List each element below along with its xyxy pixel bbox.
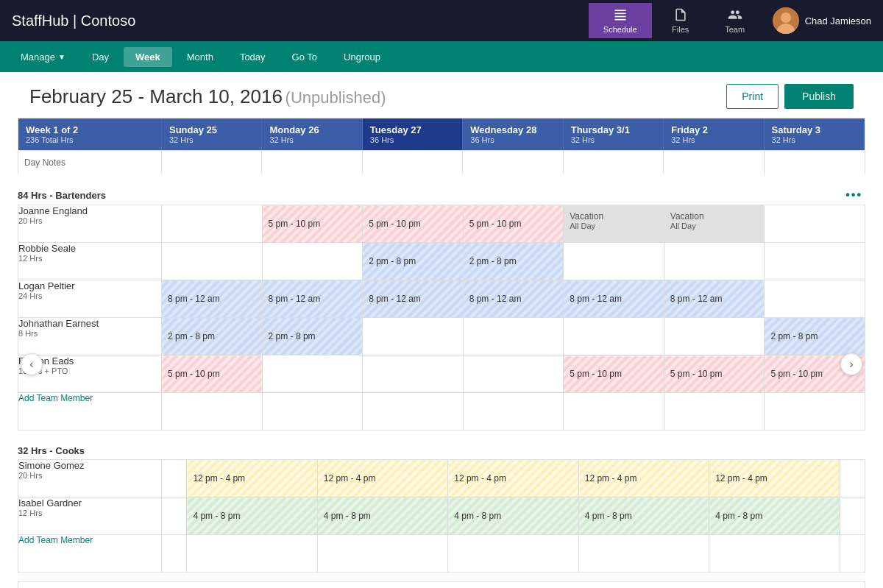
table-row: Ramon Eads 16 Hrs + PTO 5 pm - 10 pm 5 p… bbox=[18, 355, 865, 393]
print-button[interactable]: Print bbox=[726, 84, 779, 109]
shift-cell[interactable] bbox=[664, 318, 765, 355]
shift-cell[interactable]: 5 pm - 10 pm bbox=[162, 355, 263, 393]
shift-cell[interactable] bbox=[363, 318, 464, 355]
shift-cell[interactable] bbox=[709, 535, 840, 573]
shift-cell[interactable] bbox=[564, 243, 664, 280]
today-button[interactable]: Today bbox=[228, 47, 277, 67]
shift-cell[interactable]: 5 pm - 10 pm bbox=[664, 355, 765, 393]
prev-week-arrow[interactable]: ‹ bbox=[21, 353, 43, 375]
shift-cell[interactable]: 2 pm - 8 pm bbox=[765, 318, 865, 355]
add-group-button[interactable]: + Add Group bbox=[18, 582, 100, 588]
shift-cell[interactable] bbox=[162, 205, 263, 243]
day-notes-saturday[interactable] bbox=[765, 151, 865, 174]
shift-cell[interactable]: 12 pm - 4 pm bbox=[187, 460, 317, 497]
add-team-member-button[interactable]: Add Team Member bbox=[18, 393, 162, 431]
publish-button[interactable]: Publish bbox=[784, 84, 854, 109]
day-button[interactable]: Day bbox=[80, 47, 121, 67]
shift-cell[interactable] bbox=[765, 393, 865, 431]
day-notes-friday[interactable] bbox=[664, 151, 764, 174]
day-notes-thursday[interactable] bbox=[564, 151, 664, 174]
goto-button[interactable]: Go To bbox=[280, 47, 329, 67]
shift-cell[interactable] bbox=[162, 460, 187, 497]
shift-cell[interactable]: 8 pm - 12 am bbox=[262, 280, 363, 318]
nav-schedule[interactable]: Schedule bbox=[589, 3, 652, 38]
shift-cell[interactable]: 12 pm - 4 pm bbox=[578, 460, 709, 497]
shift-cell[interactable] bbox=[765, 243, 865, 280]
user-section[interactable]: Chad Jamieson bbox=[773, 7, 871, 34]
shift-cell[interactable] bbox=[463, 393, 564, 431]
month-button[interactable]: Month bbox=[175, 47, 225, 67]
shift-cell[interactable] bbox=[463, 355, 564, 393]
shift-cell[interactable]: 8 pm - 12 am bbox=[162, 280, 263, 318]
shift-cell[interactable] bbox=[262, 243, 363, 280]
day-notes-sunday[interactable] bbox=[162, 151, 262, 174]
shift-cell[interactable] bbox=[262, 355, 363, 393]
shift-cell[interactable] bbox=[765, 205, 865, 243]
shift-cell[interactable] bbox=[317, 535, 447, 573]
shift-cell[interactable] bbox=[765, 280, 865, 318]
shift-cell[interactable] bbox=[187, 535, 317, 573]
shift-cell[interactable]: 8 pm - 12 am bbox=[664, 280, 765, 318]
shift-cell[interactable]: 2 pm - 8 pm bbox=[162, 318, 263, 355]
shift-cell[interactable]: 5 pm - 10 pm bbox=[363, 205, 464, 243]
shift-cell[interactable] bbox=[664, 393, 765, 431]
shift-cell[interactable]: Vacation All Day bbox=[564, 205, 664, 243]
shift-cell[interactable] bbox=[664, 243, 765, 280]
shift-cell[interactable] bbox=[463, 318, 564, 355]
shift-cell[interactable]: 4 pm - 8 pm bbox=[448, 497, 578, 535]
shift-cell[interactable]: 2 pm - 8 pm bbox=[262, 318, 363, 355]
shift-cell[interactable]: 8 pm - 12 am bbox=[564, 280, 664, 318]
shift-cell[interactable]: 2 pm - 8 pm bbox=[463, 243, 564, 280]
ungroup-button[interactable]: Ungroup bbox=[332, 47, 392, 67]
nav-files[interactable]: Files bbox=[655, 3, 706, 38]
shift-cell[interactable] bbox=[840, 497, 865, 535]
shift-cell[interactable] bbox=[840, 460, 865, 497]
shift-cell[interactable]: 8 pm - 12 am bbox=[463, 280, 564, 318]
shift-cell[interactable] bbox=[162, 393, 263, 431]
shift-cell[interactable] bbox=[363, 355, 464, 393]
shift-cell[interactable] bbox=[578, 535, 709, 573]
col-thursday: Thursday 3/1 32 Hrs bbox=[564, 118, 664, 150]
shift-cell[interactable]: 2 pm - 8 pm bbox=[363, 243, 464, 280]
table-row: Johnathan Earnest 8 Hrs 2 pm - 8 pm 2 pm… bbox=[18, 318, 865, 355]
shift-cell[interactable]: 12 pm - 4 pm bbox=[317, 460, 447, 497]
shift-cell[interactable]: 4 pm - 8 pm bbox=[709, 497, 840, 535]
shift-cell[interactable]: 5 pm - 10 pm bbox=[564, 355, 664, 393]
shift-cell[interactable] bbox=[564, 393, 664, 431]
shift-cell[interactable]: 12 pm - 4 pm bbox=[448, 460, 578, 497]
shift-cell[interactable]: 5 pm - 10 pm bbox=[463, 205, 564, 243]
manage-button[interactable]: Manage ▼ bbox=[9, 47, 77, 67]
chevron-down-icon: ▼ bbox=[58, 53, 65, 61]
shift-cell[interactable] bbox=[162, 535, 187, 573]
toolbar: Manage ▼ Day Week Month Today Go To Ungr… bbox=[0, 41, 883, 72]
table-row: Logan Peltier 24 Hrs 8 pm - 12 am 8 pm -… bbox=[18, 280, 865, 318]
shift-cell[interactable]: 4 pm - 8 pm bbox=[578, 497, 709, 535]
shift-cell[interactable] bbox=[262, 393, 363, 431]
next-week-arrow[interactable]: › bbox=[840, 353, 862, 375]
bartenders-group-header: 84 Hrs - Bartenders ••• bbox=[18, 185, 865, 205]
shift-cell[interactable]: 5 pm - 10 pm bbox=[262, 205, 363, 243]
shift-cell[interactable] bbox=[162, 497, 187, 535]
day-notes-label: Day Notes bbox=[18, 151, 162, 174]
col-tuesday: Tuesday 27 36 Hrs bbox=[363, 118, 463, 150]
add-team-member-button-cooks[interactable]: Add Team Member bbox=[18, 535, 162, 573]
shift-cell[interactable] bbox=[448, 535, 578, 573]
shift-cell[interactable] bbox=[363, 393, 464, 431]
shift-cell[interactable] bbox=[162, 243, 263, 280]
week-button[interactable]: Week bbox=[124, 47, 172, 67]
shift-cell[interactable] bbox=[840, 535, 865, 573]
more-options-icon[interactable]: ••• bbox=[845, 188, 862, 202]
day-notes-monday[interactable] bbox=[262, 151, 362, 174]
status-badge: (Unpublished) bbox=[286, 88, 386, 107]
shift-cell[interactable]: 12 pm - 4 pm bbox=[709, 460, 840, 497]
employee-cell: Robbie Seale 12 Hrs bbox=[18, 243, 162, 280]
shift-cell[interactable]: 4 pm - 8 pm bbox=[187, 497, 317, 535]
day-notes-wednesday[interactable] bbox=[463, 151, 563, 174]
add-group-section: + Add Group bbox=[18, 581, 865, 588]
shift-cell[interactable] bbox=[564, 318, 664, 355]
shift-cell[interactable]: 4 pm - 8 pm bbox=[317, 497, 447, 535]
day-notes-tuesday[interactable] bbox=[363, 151, 463, 174]
shift-cell[interactable]: Vacation All Day bbox=[664, 205, 765, 243]
nav-team[interactable]: Team bbox=[709, 3, 761, 38]
shift-cell[interactable]: 8 pm - 12 am bbox=[363, 280, 464, 318]
